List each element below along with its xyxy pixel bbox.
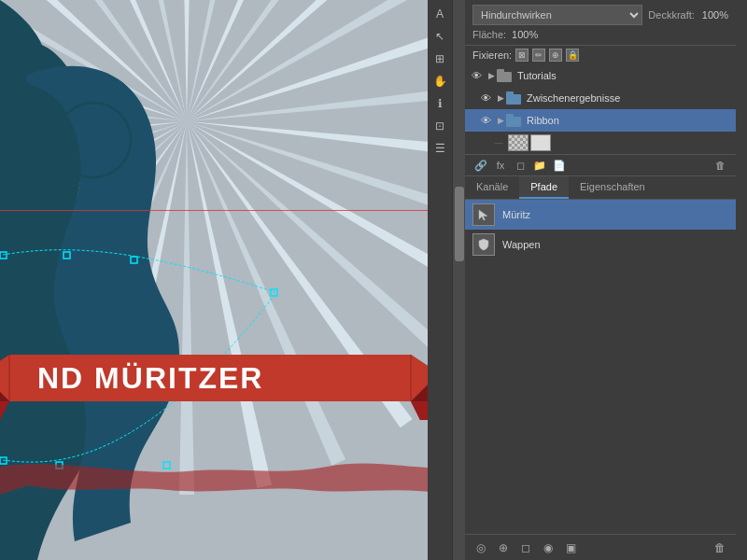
tool-info[interactable]: ℹ (430, 93, 450, 114)
ribbon-thumbs (508, 134, 551, 151)
path-thumb-muritz (472, 203, 495, 226)
shield-icon (477, 238, 490, 251)
path-name-muritz: Müritz (502, 209, 530, 220)
tool-layers[interactable]: ☰ (430, 138, 450, 159)
folder-zwischenergebnisse (506, 91, 523, 105)
layer-tutorials[interactable]: 👁 ▶ Tutorials (465, 64, 736, 87)
expand-ribbon[interactable]: ▶ (495, 115, 506, 126)
folder-ribbon (506, 114, 523, 127)
tool-select[interactable]: ↖ (430, 26, 450, 47)
visibility-ribbon-layer[interactable]: — (491, 135, 506, 150)
delete-path-icon[interactable]: 🗑 (712, 539, 728, 556)
layer-name-zwischenergebnisse: Zwischenergebnisse (527, 92, 732, 104)
opacity-value: 100% (702, 9, 728, 21)
layer-name-tutorials: Tutorials (517, 70, 732, 81)
fix-paint-icon[interactable]: ✏ (532, 49, 545, 62)
fixieren-row: Fixieren: ⊠ ✏ ⊕ 🔒 (465, 46, 736, 64)
tool-text[interactable]: A (430, 4, 450, 24)
layer-ribbon-thumbnails: — (465, 132, 736, 154)
right-panel: Hindurchwirken Deckkraft: 100% Fläche: 1… (465, 0, 736, 560)
add-mask-icon[interactable]: ◻ (512, 157, 529, 174)
paths-bottom-toolbar: ◎ ⊕ ◻ ◉ ▣ 🗑 (465, 534, 736, 560)
vertical-scrollbar[interactable] (452, 0, 465, 560)
visibility-ribbon[interactable]: 👁 (478, 113, 493, 128)
blend-mode-section: Hindurchwirken Deckkraft: 100% Fläche: 1… (465, 0, 736, 46)
visibility-tutorials[interactable]: 👁 (469, 68, 484, 83)
layers-list: 👁 ▶ Tutorials 👁 ▶ Zwischenergebnisse (465, 64, 736, 155)
path-thumb-wappen (472, 233, 495, 256)
add-effect-icon[interactable]: fx (492, 157, 509, 174)
fix-transparent-icon[interactable]: ⊠ (515, 49, 529, 62)
link-layers-icon[interactable]: 🔗 (472, 157, 489, 174)
cursor-icon (477, 208, 490, 221)
expand-zwischenergebnisse[interactable]: ▶ (495, 92, 506, 104)
visibility-zwischenergebnisse[interactable]: 👁 (478, 91, 493, 105)
new-layer-icon[interactable]: 📄 (551, 157, 568, 174)
delete-layer-icon[interactable]: 🗑 (712, 157, 728, 174)
path-to-selection-icon[interactable]: ◻ (517, 539, 534, 556)
thumb-mask (530, 134, 551, 151)
tab-eigenschaften[interactable]: Eigenschaften (569, 176, 656, 199)
canvas-area: ND MÜRITZER A ↖ ⊞ ✋ ℹ ⊡ ☰ (0, 0, 452, 560)
stroke-path-icon[interactable]: ⊕ (495, 539, 512, 556)
tool-zoom[interactable]: ⊞ (430, 49, 450, 69)
tabs-bar: Kanäle Pfade Eigenschaften (465, 176, 736, 200)
fix-position-icon[interactable]: ⊕ (549, 49, 562, 62)
canvas-white: ND MÜRITZER (0, 0, 448, 560)
scroll-thumb[interactable] (455, 187, 464, 261)
canvas-artwork: ND MÜRITZER (0, 0, 448, 560)
canvas-tools: A ↖ ⊞ ✋ ℹ ⊡ ☰ (428, 0, 452, 560)
tab-kanaele[interactable]: Kanäle (465, 176, 519, 199)
path-muritz[interactable]: Müritz (465, 200, 736, 230)
selection-to-path-icon[interactable]: ◉ (540, 539, 557, 556)
new-path-icon[interactable]: ▣ (562, 539, 579, 556)
layer-icons-row: 🔗 fx ◻ 📁 📄 🗑 (465, 155, 736, 176)
path-wappen[interactable]: Wappen (465, 230, 736, 259)
fill-path-icon[interactable]: ◎ (472, 539, 489, 556)
new-group-icon[interactable]: 📁 (531, 157, 548, 174)
layer-name-ribbon: Ribbon (527, 115, 732, 126)
expand-tutorials[interactable]: ▶ (486, 70, 497, 81)
layer-zwischenergebnisse[interactable]: 👁 ▶ Zwischenergebnisse (465, 87, 736, 109)
fix-lock-icon[interactable]: 🔒 (566, 49, 579, 62)
fläche-value: 100% (512, 29, 538, 40)
fixieren-label: Fixieren: (472, 49, 512, 61)
svg-text:ND MÜRITZER: ND MÜRITZER (37, 361, 263, 395)
fläche-label: Fläche: (472, 29, 506, 40)
opacity-label: Deckkraft: (648, 9, 695, 21)
folder-tutorials (497, 69, 514, 82)
blend-mode-select[interactable]: Hindurchwirken (472, 5, 642, 25)
path-name-wappen: Wappen (502, 239, 541, 250)
tab-pfade[interactable]: Pfade (519, 176, 569, 199)
guide-horizontal (0, 210, 448, 211)
thumb-checker (508, 134, 529, 151)
layer-ribbon[interactable]: 👁 ▶ Ribbon (465, 109, 736, 132)
paths-list: Müritz Wappen (465, 200, 736, 534)
tool-hand[interactable]: ✋ (430, 71, 450, 91)
tool-adjust[interactable]: ⊡ (430, 116, 450, 136)
